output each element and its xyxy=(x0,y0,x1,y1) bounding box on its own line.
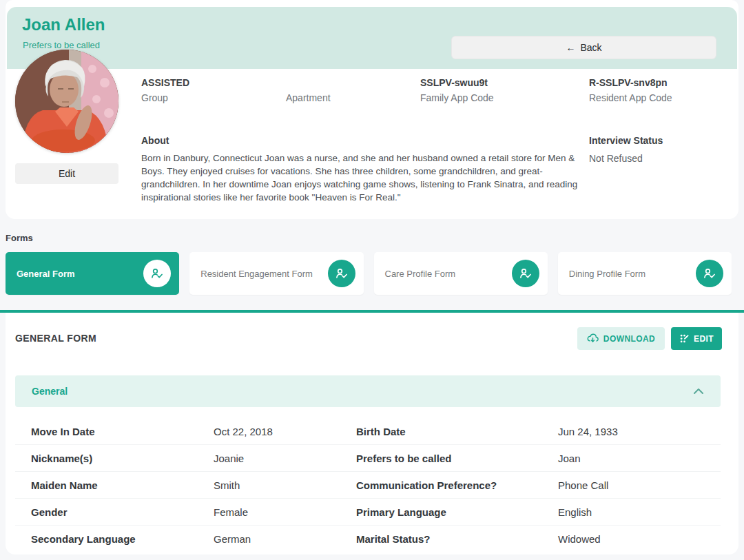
field-label: Marital Status? xyxy=(356,533,558,545)
table-row: Nickname(s) Joanie Prefers to be called … xyxy=(15,445,721,472)
tab-dining-profile-form[interactable]: Dining Profile Form xyxy=(558,252,732,295)
group-field: ASSISTED Group xyxy=(141,77,189,103)
profile-card: Joan Allen Prefers to be called ← Back xyxy=(6,0,738,219)
general-form-panel: GENERAL FORM DOWNLOAD EDIT General xyxy=(6,313,738,554)
field-value: German xyxy=(214,533,356,545)
tab-resident-engagement-form-label: Resident Engagement Form xyxy=(200,269,313,279)
person-check-icon xyxy=(696,260,723,287)
tab-care-profile-form[interactable]: Care Profile Form xyxy=(374,252,548,295)
field-value: Female xyxy=(214,506,356,518)
group-value: ASSISTED xyxy=(141,77,189,90)
field-label: Communication Preference? xyxy=(356,479,558,491)
back-button-label: Back xyxy=(580,42,601,53)
back-button[interactable]: ← Back xyxy=(451,36,716,59)
person-check-icon xyxy=(328,260,355,287)
cloud-download-icon xyxy=(587,333,599,344)
family-app-code-value: SSLPV-swuu9t xyxy=(420,77,494,90)
avatar xyxy=(15,50,118,153)
download-button[interactable]: DOWNLOAD xyxy=(577,327,665,350)
tab-general-form[interactable]: General Form xyxy=(6,252,179,295)
prefers-to-be-called-caption: Prefers to be called xyxy=(23,40,100,50)
field-value: Joanie xyxy=(214,453,356,464)
edit-form-button-label: EDIT xyxy=(694,334,714,344)
resident-app-code-value: R-SSLPV-snv8pn xyxy=(589,77,672,90)
apartment-field: Apartment xyxy=(286,77,331,103)
about-heading: About xyxy=(141,135,169,146)
field-value: English xyxy=(558,506,721,518)
field-label: Secondary Language xyxy=(15,533,214,545)
field-value: Oct 22, 2018 xyxy=(214,426,356,437)
field-label: Birth Date xyxy=(356,426,558,437)
about-text: Born in Danbury, Connecticut Joan was a … xyxy=(141,152,582,204)
page-title: Joan Allen xyxy=(22,15,105,34)
field-label: Move In Date xyxy=(15,426,214,437)
interview-status-value: Not Refused xyxy=(589,153,643,164)
chevron-up-icon[interactable] xyxy=(693,388,704,395)
edit-form-button[interactable]: EDIT xyxy=(671,327,722,350)
field-label: Prefers to be called xyxy=(356,453,558,464)
apartment-value xyxy=(286,77,331,90)
form-actions: DOWNLOAD EDIT xyxy=(577,327,722,350)
interview-status-heading: Interview Status xyxy=(589,135,663,146)
tab-resident-engagement-form[interactable]: Resident Engagement Form xyxy=(189,252,363,295)
field-label: Primary Language xyxy=(356,506,558,518)
general-accordion-title: General xyxy=(32,386,68,397)
forms-tab-strip: General Form Resident Engagement Form Ca… xyxy=(6,252,732,295)
forms-section-label: Forms xyxy=(6,233,33,243)
field-label: Gender xyxy=(15,506,214,518)
field-value: Widowed xyxy=(558,533,721,545)
tab-dining-profile-form-label: Dining Profile Form xyxy=(569,269,645,279)
field-label: Nickname(s) xyxy=(15,453,214,464)
table-row: Secondary Language German Marital Status… xyxy=(15,526,721,552)
back-arrow-icon: ← xyxy=(566,42,575,53)
profile-header-band: Joan Allen Prefers to be called ← Back xyxy=(7,7,737,69)
app-registration-icon xyxy=(679,333,690,344)
table-row: Maiden Name Smith Communication Preferen… xyxy=(15,472,721,499)
resident-app-code-field: R-SSLPV-snv8pn Resident App Code xyxy=(589,77,672,103)
edit-photo-button[interactable]: Edit xyxy=(15,163,118,184)
apartment-label: Apartment xyxy=(286,92,331,103)
family-app-code-field: SSLPV-swuu9t Family App Code xyxy=(420,77,494,103)
person-check-icon xyxy=(143,260,171,287)
person-check-icon xyxy=(512,260,539,287)
tab-care-profile-form-label: Care Profile Form xyxy=(385,269,456,279)
field-value: Jun 24, 1933 xyxy=(558,426,721,437)
family-app-code-label: Family App Code xyxy=(420,92,494,103)
resident-profile-page: Joan Allen Prefers to be called ← Back xyxy=(0,0,744,560)
tab-general-form-label: General Form xyxy=(17,269,75,279)
general-fields-table: Move In Date Oct 22, 2018 Birth Date Jun… xyxy=(15,418,721,552)
field-value: Phone Call xyxy=(558,479,721,491)
resident-app-code-label: Resident App Code xyxy=(589,92,672,103)
field-value: Smith xyxy=(214,479,356,491)
table-row: Gender Female Primary Language English xyxy=(15,499,721,526)
download-button-label: DOWNLOAD xyxy=(603,334,655,344)
group-label: Group xyxy=(141,92,189,103)
general-form-heading: GENERAL FORM xyxy=(15,333,96,344)
resident-photo xyxy=(15,50,118,153)
general-accordion-header[interactable]: General xyxy=(15,375,721,407)
table-row: Move In Date Oct 22, 2018 Birth Date Jun… xyxy=(15,418,721,445)
field-label: Maiden Name xyxy=(15,479,214,491)
field-value: Joan xyxy=(558,453,721,464)
